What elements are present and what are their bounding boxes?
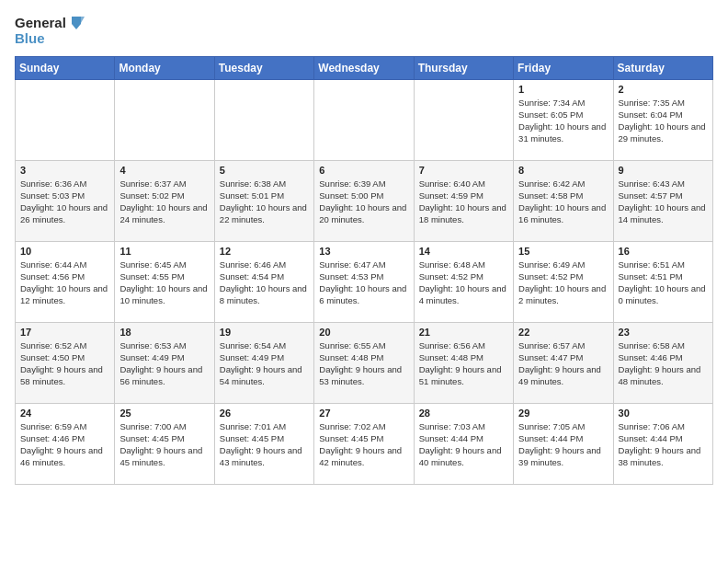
logo-general: General (15, 16, 66, 31)
header: General Blue (15, 15, 713, 47)
calendar-cell: 26Sunrise: 7:01 AM Sunset: 4:45 PM Dayli… (214, 403, 313, 484)
calendar-cell: 9Sunrise: 6:43 AM Sunset: 4:57 PM Daylig… (613, 160, 712, 241)
calendar-cell: 3Sunrise: 6:36 AM Sunset: 5:03 PM Daylig… (16, 160, 115, 241)
day-number: 22 (518, 327, 608, 338)
day-number: 12 (220, 246, 309, 257)
cell-info: Sunrise: 6:59 AM Sunset: 4:46 PM Dayligh… (20, 420, 109, 469)
calendar-cell (414, 79, 513, 160)
cell-info: Sunrise: 6:57 AM Sunset: 4:47 PM Dayligh… (518, 339, 608, 388)
logo-arrow-icon (68, 15, 85, 31)
cell-info: Sunrise: 6:54 AM Sunset: 4:49 PM Dayligh… (220, 339, 309, 388)
calendar-cell: 21Sunrise: 6:56 AM Sunset: 4:48 PM Dayli… (414, 322, 513, 403)
day-number: 11 (119, 246, 209, 257)
calendar-week-row: 3Sunrise: 6:36 AM Sunset: 5:03 PM Daylig… (16, 160, 713, 241)
day-number: 7 (419, 165, 508, 176)
cell-info: Sunrise: 6:46 AM Sunset: 4:54 PM Dayligh… (220, 259, 309, 307)
calendar-cell: 2Sunrise: 7:35 AM Sunset: 6:04 PM Daylig… (613, 79, 712, 160)
day-number: 3 (20, 165, 109, 176)
logo: General Blue (15, 15, 85, 47)
weekday-header: Saturday (613, 56, 712, 79)
day-number: 8 (518, 165, 608, 176)
cell-info: Sunrise: 6:42 AM Sunset: 4:58 PM Dayligh… (518, 178, 608, 226)
calendar-cell: 8Sunrise: 6:42 AM Sunset: 4:58 PM Daylig… (514, 160, 613, 241)
weekday-header-row: SundayMondayTuesdayWednesdayThursdayFrid… (16, 56, 713, 79)
calendar-cell: 25Sunrise: 7:00 AM Sunset: 4:45 PM Dayli… (115, 403, 214, 484)
cell-info: Sunrise: 7:34 AM Sunset: 6:05 PM Dayligh… (518, 97, 608, 145)
calendar-cell: 13Sunrise: 6:47 AM Sunset: 4:53 PM Dayli… (314, 241, 414, 322)
cell-info: Sunrise: 7:35 AM Sunset: 6:04 PM Dayligh… (619, 97, 708, 145)
day-number: 20 (319, 327, 408, 338)
weekday-header: Tuesday (214, 56, 313, 79)
weekday-header: Sunday (16, 56, 115, 79)
calendar-cell: 1Sunrise: 7:34 AM Sunset: 6:05 PM Daylig… (514, 79, 613, 160)
day-number: 13 (319, 246, 408, 257)
day-number: 26 (220, 408, 309, 419)
weekday-header: Wednesday (314, 56, 414, 79)
calendar-cell: 27Sunrise: 7:02 AM Sunset: 4:45 PM Dayli… (314, 403, 414, 484)
cell-info: Sunrise: 6:48 AM Sunset: 4:52 PM Dayligh… (419, 259, 508, 307)
calendar-cell: 24Sunrise: 6:59 AM Sunset: 4:46 PM Dayli… (16, 403, 115, 484)
day-number: 25 (119, 408, 209, 419)
calendar-week-row: 10Sunrise: 6:44 AM Sunset: 4:56 PM Dayli… (16, 241, 713, 322)
day-number: 27 (319, 408, 408, 419)
cell-info: Sunrise: 6:49 AM Sunset: 4:52 PM Dayligh… (518, 259, 608, 307)
day-number: 28 (419, 408, 508, 419)
cell-info: Sunrise: 6:53 AM Sunset: 4:49 PM Dayligh… (119, 339, 209, 388)
calendar-week-row: 17Sunrise: 6:52 AM Sunset: 4:50 PM Dayli… (16, 322, 713, 403)
calendar-table: SundayMondayTuesdayWednesdayThursdayFrid… (15, 56, 713, 485)
cell-info: Sunrise: 7:02 AM Sunset: 4:45 PM Dayligh… (319, 420, 408, 469)
logo-blue: Blue (15, 31, 45, 47)
cell-info: Sunrise: 6:52 AM Sunset: 4:50 PM Dayligh… (20, 339, 109, 388)
day-number: 18 (119, 327, 209, 338)
day-number: 5 (220, 165, 309, 176)
calendar-cell: 10Sunrise: 6:44 AM Sunset: 4:56 PM Dayli… (16, 241, 115, 322)
calendar-cell: 14Sunrise: 6:48 AM Sunset: 4:52 PM Dayli… (414, 241, 513, 322)
day-number: 24 (20, 408, 109, 419)
calendar-cell: 5Sunrise: 6:38 AM Sunset: 5:01 PM Daylig… (214, 160, 313, 241)
cell-info: Sunrise: 7:03 AM Sunset: 4:44 PM Dayligh… (419, 420, 508, 469)
calendar-cell (115, 79, 214, 160)
calendar-cell (16, 79, 115, 160)
calendar-cell: 6Sunrise: 6:39 AM Sunset: 5:00 PM Daylig… (314, 160, 414, 241)
calendar-cell: 28Sunrise: 7:03 AM Sunset: 4:44 PM Dayli… (414, 403, 513, 484)
day-number: 14 (419, 246, 508, 257)
calendar-cell: 23Sunrise: 6:58 AM Sunset: 4:46 PM Dayli… (613, 322, 712, 403)
day-number: 10 (20, 246, 109, 257)
day-number: 23 (619, 327, 708, 338)
calendar-cell: 4Sunrise: 6:37 AM Sunset: 5:02 PM Daylig… (115, 160, 214, 241)
cell-info: Sunrise: 6:58 AM Sunset: 4:46 PM Dayligh… (619, 339, 708, 388)
day-number: 21 (419, 327, 508, 338)
cell-info: Sunrise: 7:05 AM Sunset: 4:44 PM Dayligh… (518, 420, 608, 469)
weekday-header: Monday (115, 56, 214, 79)
calendar-cell: 16Sunrise: 6:51 AM Sunset: 4:51 PM Dayli… (613, 241, 712, 322)
cell-info: Sunrise: 6:45 AM Sunset: 4:55 PM Dayligh… (119, 259, 209, 307)
calendar-week-row: 24Sunrise: 6:59 AM Sunset: 4:46 PM Dayli… (16, 403, 713, 484)
weekday-header: Friday (514, 56, 613, 79)
calendar-cell: 18Sunrise: 6:53 AM Sunset: 4:49 PM Dayli… (115, 322, 214, 403)
cell-info: Sunrise: 7:06 AM Sunset: 4:44 PM Dayligh… (619, 420, 708, 469)
cell-info: Sunrise: 6:44 AM Sunset: 4:56 PM Dayligh… (20, 259, 109, 307)
day-number: 9 (619, 165, 708, 176)
day-number: 19 (220, 327, 309, 338)
day-number: 4 (119, 165, 209, 176)
calendar-cell: 30Sunrise: 7:06 AM Sunset: 4:44 PM Dayli… (613, 403, 712, 484)
cell-info: Sunrise: 6:37 AM Sunset: 5:02 PM Dayligh… (119, 178, 209, 226)
day-number: 15 (518, 246, 608, 257)
cell-info: Sunrise: 6:40 AM Sunset: 4:59 PM Dayligh… (419, 178, 508, 226)
calendar-cell: 22Sunrise: 6:57 AM Sunset: 4:47 PM Dayli… (514, 322, 613, 403)
calendar-cell: 12Sunrise: 6:46 AM Sunset: 4:54 PM Dayli… (214, 241, 313, 322)
day-number: 17 (20, 327, 109, 338)
calendar-cell: 29Sunrise: 7:05 AM Sunset: 4:44 PM Dayli… (514, 403, 613, 484)
cell-info: Sunrise: 7:00 AM Sunset: 4:45 PM Dayligh… (119, 420, 209, 469)
cell-info: Sunrise: 6:39 AM Sunset: 5:00 PM Dayligh… (319, 178, 408, 226)
cell-info: Sunrise: 7:01 AM Sunset: 4:45 PM Dayligh… (220, 420, 309, 469)
calendar-week-row: 1Sunrise: 7:34 AM Sunset: 6:05 PM Daylig… (16, 79, 713, 160)
cell-info: Sunrise: 6:36 AM Sunset: 5:03 PM Dayligh… (20, 178, 109, 226)
calendar-cell: 7Sunrise: 6:40 AM Sunset: 4:59 PM Daylig… (414, 160, 513, 241)
calendar-cell: 15Sunrise: 6:49 AM Sunset: 4:52 PM Dayli… (514, 241, 613, 322)
day-number: 1 (518, 84, 608, 95)
cell-info: Sunrise: 6:47 AM Sunset: 4:53 PM Dayligh… (319, 259, 408, 307)
cell-info: Sunrise: 6:43 AM Sunset: 4:57 PM Dayligh… (619, 178, 708, 226)
calendar-cell: 17Sunrise: 6:52 AM Sunset: 4:50 PM Dayli… (16, 322, 115, 403)
day-number: 29 (518, 408, 608, 419)
